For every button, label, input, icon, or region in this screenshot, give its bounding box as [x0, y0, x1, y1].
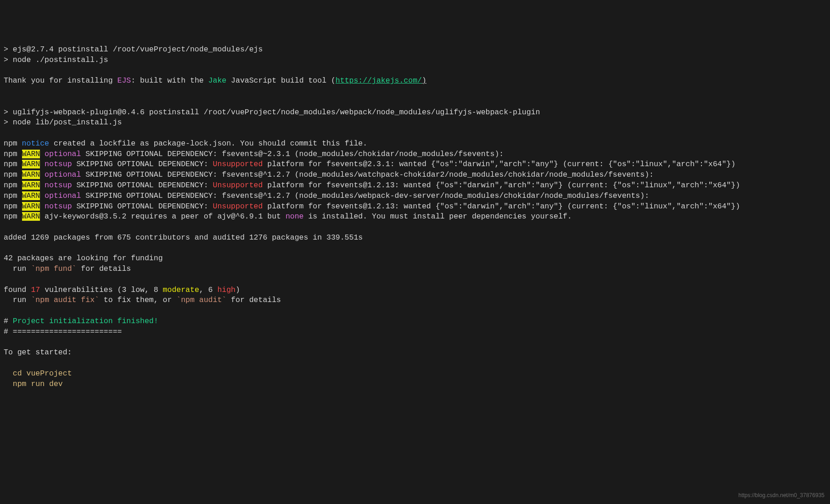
jake-label: Jake [208, 76, 227, 85]
npm-warn-line-2: npm WARN notsup SKIPPING OPTIONAL DEPEND… [4, 160, 735, 168]
cmd-cd: cd vueProject [4, 369, 72, 378]
npm-warn-line-6: npm WARN notsup SKIPPING OPTIONAL DEPEND… [4, 202, 740, 211]
warn-badge: WARN [22, 212, 40, 221]
project-init-line: # Project initialization finished! [4, 317, 158, 325]
funding-line-1: 42 packages are looking for funding [4, 254, 163, 263]
terminal-output: > ejs@2.7.4 postinstall /root/vueProject… [4, 45, 826, 389]
vuln-count: 17 [31, 286, 40, 294]
thank-you-line: Thank you for installing EJS: built with… [4, 76, 426, 85]
jake-url-link[interactable]: https://jakejs.com/ [336, 76, 422, 85]
npm-notice-line: npm notice created a lockfile as package… [4, 139, 367, 148]
npm-warn-line-5: npm WARN optional SKIPPING OPTIONAL DEPE… [4, 191, 649, 200]
unsupported-label: Unsupported [213, 202, 263, 211]
none-label: none [286, 212, 304, 221]
unsupported-label: Unsupported [213, 181, 263, 190]
watermark: https://blog.csdn.net/m0_37876935 [739, 492, 824, 499]
cmd-npm-run-dev: npm run dev [4, 380, 63, 388]
warn-badge: WARN [22, 170, 40, 179]
npm-fund-cmd: `npm fund` [31, 264, 76, 273]
warn-badge: WARN [22, 181, 40, 190]
get-started-line: To get started: [4, 348, 72, 357]
npm-warn-line-3: npm WARN optional SKIPPING OPTIONAL DEPE… [4, 170, 654, 179]
unsupported-label: Unsupported [213, 160, 263, 168]
npm-audit-fix-cmd: `npm audit fix` [31, 296, 99, 304]
audit-line: run `npm audit fix` to fix them, or `npm… [4, 296, 281, 304]
warn-badge: WARN [22, 150, 40, 158]
project-init-msg: Project initialization finished! [13, 317, 158, 325]
vuln-high: high [217, 286, 236, 294]
warn-badge: WARN [22, 202, 40, 211]
notice-tag: notice [22, 139, 49, 148]
vuln-moderate: moderate [163, 286, 199, 294]
npm-audit-cmd: `npm audit` [176, 296, 226, 304]
uglify-postinstall-line: > uglifyjs-webpack-plugin@0.4.6 postinst… [4, 108, 540, 117]
vulnerabilities-line: found 17 vulnerabilities (3 low, 8 moder… [4, 286, 240, 294]
postinstall-line: > ejs@2.7.4 postinstall /root/vueProject… [4, 45, 263, 54]
warn-badge: WARN [22, 160, 40, 168]
funding-line-2: run `npm fund` for details [4, 264, 131, 273]
npm-warn-line-7: npm WARN ajv-keywords@3.5.2 requires a p… [4, 212, 572, 221]
added-packages-line: added 1269 packages from 675 contributor… [4, 233, 363, 242]
npm-warn-line-4: npm WARN notsup SKIPPING OPTIONAL DEPEND… [4, 181, 740, 190]
separator-line: # ======================== [4, 327, 122, 336]
uglify-postinstall-cmd: > node lib/post_install.js [4, 118, 122, 127]
npm-warn-line-1: npm WARN optional SKIPPING OPTIONAL DEPE… [4, 150, 504, 158]
postinstall-cmd: > node ./postinstall.js [4, 56, 108, 64]
ejs-label: EJS [118, 76, 131, 85]
warn-badge: WARN [22, 191, 40, 200]
